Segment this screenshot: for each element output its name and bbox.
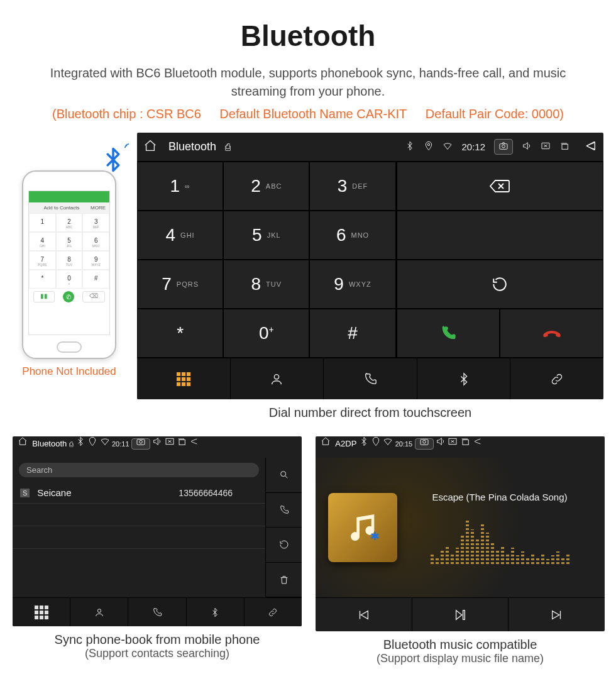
keypad-icon [177,372,190,386]
wifi-icon [443,141,453,153]
clock-label: 20:12 [461,141,485,152]
bt-status-icon [405,141,415,153]
call-button[interactable] [397,309,500,358]
contacts-caption: Sync phone-book from mobile phone (Suppo… [13,626,302,672]
key-1[interactable]: 1∞ [137,162,223,211]
key-0[interactable]: 0+ [223,309,309,358]
nav-bluetooth[interactable] [417,358,511,399]
phone-note: Phone Not Included [13,365,126,378]
nav-bluetooth[interactable] [187,598,245,626]
nav-pair[interactable] [510,358,603,399]
search-button[interactable] [265,458,302,493]
delete-button[interactable] [265,563,302,598]
back-icon[interactable] [472,440,482,448]
gps-icon [371,440,381,448]
play-pause-button[interactable] [412,598,509,631]
key-*[interactable]: * [137,309,223,358]
svg-point-13 [422,440,426,443]
contacts-screen: Bluetooth ⎙ 20:11 Search S Seicane [13,436,302,626]
bluetooth-nav-icon [457,372,471,386]
contact-row[interactable]: S Seicane 13566664466 [13,482,265,504]
gps-icon [87,440,97,448]
keypad-icon [35,606,48,619]
track-title: Escape (The Pina Colada Song) [407,492,592,502]
screenshot-icon[interactable] [494,139,513,155]
phone-contacts-label: Add to Contacts [44,205,80,211]
phone-icon [363,372,377,386]
sync-button[interactable] [265,528,302,563]
nav-contacts[interactable] [70,598,128,626]
close-icon[interactable] [448,440,458,448]
volume-icon[interactable] [436,440,446,448]
phone-illustration: Add to Contacts MORE 1 2ABC3DEF 4GHI5JKL… [13,133,126,378]
phone-more-label: MORE [91,205,106,211]
bluetooth-icon [100,147,126,179]
home-icon[interactable] [321,440,331,448]
spec-code: Default Pair Code: 0000) [426,107,564,121]
back-icon[interactable] [189,440,199,448]
key-2[interactable]: 2ABC [223,162,309,211]
contact-name: Seicane [37,487,71,498]
svg-point-11 [97,609,101,612]
screenshot-icon[interactable] [415,438,434,450]
back-icon[interactable] [583,139,597,155]
home-icon[interactable] [18,440,28,448]
close-icon[interactable] [165,440,175,448]
bottom-nav [137,358,603,399]
nav-calllog[interactable] [324,358,417,399]
key-3[interactable]: 3DEF [309,162,395,211]
key-7[interactable]: 7PQRS [137,260,223,309]
bt-status-icon [75,440,85,448]
nav-keypad[interactable] [137,358,231,399]
search-input[interactable]: Search [19,463,259,477]
nav-calllog[interactable] [128,598,186,626]
music-caption: Bluetooth music compatible (Support disp… [316,631,605,677]
redial-button[interactable] [397,260,603,309]
hangup-button[interactable] [500,309,603,358]
contact-row-empty [13,549,265,572]
close-icon[interactable] [541,141,551,153]
app-title: Bluetooth [168,140,216,153]
key-6[interactable]: 6MNO [309,211,395,260]
main-caption: Dial number direct from touchscreen [137,399,603,431]
svg-point-10 [280,472,285,477]
volume-icon[interactable] [152,440,162,448]
key-#[interactable]: # [309,309,395,358]
dialer-screen: Bluetooth ⎙ 20:12 [137,133,603,399]
next-button[interactable] [509,598,605,631]
spec-chip: (Bluetooth chip : CSR BC6 [52,107,201,121]
key-4[interactable]: 4GHI [137,211,223,260]
person-icon [94,607,104,617]
key-8[interactable]: 8TUV [223,260,309,309]
wifi-icon [100,440,110,448]
backspace-button[interactable] [397,162,603,211]
app-title: A2DP [335,439,356,448]
page-subtitle: Integrated with BC6 Bluetooth module, su… [0,64,616,101]
clock-label: 20:11 [112,440,129,448]
status-bar-contacts: Bluetooth ⎙ 20:11 [13,436,302,458]
key-5[interactable]: 5JKL [223,211,309,260]
status-bar-music: A2DP 20:15 [316,436,605,458]
usb-icon: ⎙ [225,141,231,152]
key-9[interactable]: 9WXYZ [309,260,395,309]
home-icon[interactable] [143,139,157,155]
wifi-icon [383,440,393,448]
clock-label: 20:15 [395,440,413,448]
volume-icon[interactable] [522,141,532,153]
nav-pair[interactable] [245,598,302,626]
recent-apps-icon[interactable] [460,440,470,448]
prev-button[interactable] [316,598,412,631]
phone-icon [152,607,162,617]
dial-actions [397,162,603,358]
svg-rect-9 [179,440,185,445]
screenshot-icon[interactable] [131,438,150,450]
svg-point-2 [502,145,505,148]
contact-number: 13566664466 [179,488,233,498]
contact-row-empty [13,504,265,526]
call-button[interactable] [265,493,302,528]
recent-apps-icon[interactable] [177,440,187,448]
nav-contacts[interactable] [231,358,324,399]
recent-apps-icon[interactable] [559,141,569,153]
nav-keypad[interactable] [13,598,70,626]
spec-name: Default Bluetooth Name CAR-KIT [219,107,407,121]
